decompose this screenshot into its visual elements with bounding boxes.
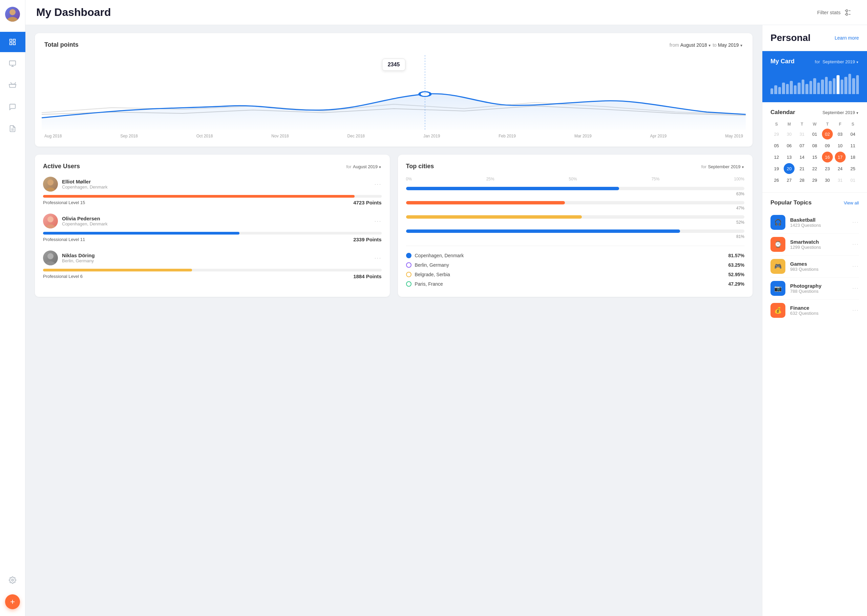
my-card-period[interactable]: September 2019	[822, 59, 859, 64]
cal-cell-w2-d1[interactable]: 13	[784, 152, 795, 162]
sidebar-item-chat[interactable]	[0, 97, 25, 117]
city-bar-pct-1: 47%	[406, 206, 745, 211]
cal-cell-w4-d3[interactable]: 29	[809, 174, 820, 185]
user-location-0: Copenhagen, Denmark	[62, 184, 107, 190]
add-button[interactable]: +	[5, 594, 20, 609]
cal-cell-w1-d6[interactable]: 11	[847, 140, 858, 151]
filter-stats-button[interactable]: Filter stats	[812, 7, 856, 18]
sidebar-item-presentation[interactable]	[0, 53, 25, 74]
cal-cell-w4-d4[interactable]: 30	[822, 174, 833, 185]
chart-label-8: Apr 2019	[650, 134, 667, 138]
mini-bar-13	[821, 80, 824, 94]
chart-labels: Aug 2018 Sep 2018 Oct 2018 Nov 2018 Dec …	[44, 130, 743, 138]
cal-cell-w0-d3[interactable]: 01	[809, 129, 820, 140]
cal-cell-w2-d5[interactable]: 17	[835, 152, 846, 162]
presentation-icon	[9, 60, 16, 68]
topic-questions-3: 788 Questions	[790, 289, 848, 294]
mini-bar-4	[786, 84, 789, 94]
mini-bar-18	[840, 80, 843, 94]
cal-cell-w2-d4[interactable]: 16	[822, 152, 833, 162]
topic-menu-1[interactable]: ···	[853, 241, 859, 247]
chart-label-6: Feb 2019	[499, 134, 516, 138]
user-menu-2[interactable]: ···	[374, 255, 381, 262]
cal-cell-w0-d6[interactable]: 04	[847, 129, 858, 140]
topic-item-0[interactable]: 🎧 Basketball 1423 Questions ···	[771, 212, 859, 234]
sidebar-item-settings[interactable]	[0, 570, 25, 590]
city-bar-bg-0	[406, 187, 745, 190]
topic-menu-4[interactable]: ···	[853, 307, 859, 313]
city-bar-bg-1	[406, 201, 745, 204]
topic-menu-3[interactable]: ···	[853, 285, 859, 291]
sidebar-item-basket[interactable]	[0, 75, 25, 96]
cal-cell-w1-d5[interactable]: 10	[835, 140, 846, 151]
avatar[interactable]	[5, 7, 20, 22]
city-bar-fill-3	[406, 229, 680, 233]
svg-point-21	[47, 179, 53, 185]
legend-dot-3	[406, 281, 411, 287]
topic-icon-4: 💰	[771, 303, 785, 318]
mini-bar-2	[778, 87, 781, 94]
top-cities-for-label: for	[702, 164, 707, 169]
user-level-1: Professional Level 11	[43, 237, 85, 242]
cal-cell-w0-d0[interactable]: 29	[771, 129, 782, 140]
cal-cell-w3-d1[interactable]: 20	[784, 163, 795, 174]
cal-cell-w0-d5[interactable]: 03	[835, 129, 846, 140]
topic-menu-0[interactable]: ···	[853, 219, 859, 225]
sidebar: +	[0, 0, 25, 616]
cal-cell-w4-d1[interactable]: 27	[784, 174, 795, 185]
cal-cell-w4-d0[interactable]: 26	[771, 174, 782, 185]
cal-cell-w3-d6[interactable]: 25	[847, 163, 858, 174]
cal-cell-w3-d2[interactable]: 21	[796, 163, 807, 174]
from-date-picker[interactable]: August 2018	[680, 42, 711, 48]
cal-cell-w1-d2[interactable]: 07	[796, 140, 807, 151]
mini-bar-16	[833, 78, 836, 94]
calendar-period[interactable]: September 2019	[822, 110, 859, 115]
cal-cell-w0-d1[interactable]: 30	[784, 129, 795, 140]
user-menu-0[interactable]: ···	[374, 181, 381, 188]
cal-cell-w3-d0[interactable]: 19	[771, 163, 782, 174]
user-avatar-1	[43, 214, 58, 228]
cal-cell-w2-d3[interactable]: 15	[809, 152, 820, 162]
cal-cell-w2-d2[interactable]: 14	[796, 152, 807, 162]
learn-more-link[interactable]: Learn more	[834, 35, 859, 41]
cal-cell-w4-d2[interactable]: 28	[796, 174, 807, 185]
active-users-period[interactable]: August 2019	[353, 164, 381, 169]
cal-cell-w2-d6[interactable]: 18	[847, 152, 858, 162]
user-points-1: 2339 Points	[353, 237, 381, 242]
user-menu-1[interactable]: ···	[374, 218, 381, 225]
topic-item-1[interactable]: ⌚ Smartwatch 1299 Questions ···	[771, 234, 859, 256]
cal-cell-w1-d1[interactable]: 06	[784, 140, 795, 151]
mini-bar-8	[802, 80, 804, 94]
topic-item-2[interactable]: 🎮 Games 983 Questions ···	[771, 256, 859, 278]
cal-cell-w0-d4[interactable]: 02	[822, 129, 833, 140]
user-text-0: Elliot Møller Copenhagen, Denmark	[62, 179, 107, 190]
view-all-link[interactable]: View all	[843, 200, 859, 206]
user-avatar-0	[43, 177, 58, 192]
cal-cell-w1-d3[interactable]: 08	[809, 140, 820, 151]
cal-cell-w1-d0[interactable]: 05	[771, 140, 782, 151]
cal-cell-w0-d2[interactable]: 31	[796, 129, 807, 140]
cal-cell-w3-d4[interactable]: 23	[822, 163, 833, 174]
topic-item-4[interactable]: 💰 Finance 632 Questions ···	[771, 300, 859, 321]
to-date-picker[interactable]: May 2019	[718, 42, 743, 48]
mini-bar-15	[829, 81, 831, 94]
bottom-cards: Active Users for August 2019	[35, 155, 752, 297]
chart-label-9: May 2019	[725, 134, 743, 138]
cal-cell-w4-d5[interactable]: 31	[835, 174, 846, 185]
user-item-1: Olivia Pedersen Copenhagen, Denmark ··· …	[43, 214, 382, 242]
topic-menu-2[interactable]: ···	[853, 263, 859, 269]
sidebar-item-document[interactable]	[0, 118, 25, 139]
chart-title: Total points	[44, 41, 79, 49]
city-legend-3: Paris, France 47.29%	[406, 279, 745, 289]
chat-icon	[9, 103, 16, 111]
right-panel-title: Personal	[771, 33, 810, 43]
top-cities-period[interactable]: September 2019	[708, 164, 744, 169]
cal-cell-w4-d6[interactable]: 01	[847, 174, 858, 185]
cal-cell-w2-d0[interactable]: 12	[771, 152, 782, 162]
cal-cell-w3-d3[interactable]: 22	[809, 163, 820, 174]
cal-cell-w3-d5[interactable]: 24	[835, 163, 846, 174]
sidebar-item-dashboard[interactable]	[0, 32, 25, 52]
topic-item-3[interactable]: 📷 Photography 788 Questions ···	[771, 278, 859, 300]
svg-point-11	[11, 579, 14, 581]
cal-cell-w1-d4[interactable]: 09	[822, 140, 833, 151]
